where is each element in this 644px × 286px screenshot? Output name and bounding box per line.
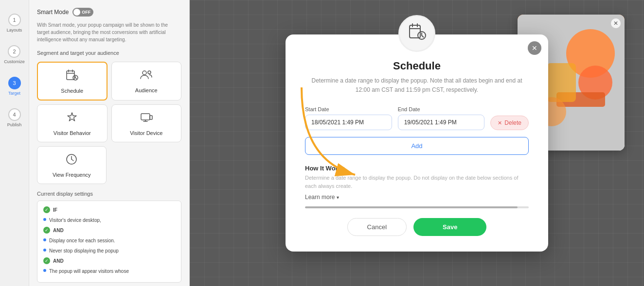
condition-appear: The popup will appear visitors whose	[43, 267, 175, 276]
visitor-behavior-icon	[65, 111, 79, 127]
start-date-label: Start Date	[305, 106, 392, 112]
svg-rect-23	[410, 25, 420, 38]
end-date-group: End Date	[398, 106, 485, 130]
start-date-group: Start Date	[305, 106, 392, 130]
step-item-customize[interactable]: 2 Customize	[2, 41, 27, 68]
sidebar-content: Smart Mode OFF With Smart mode, your pop…	[29, 0, 189, 286]
date-row: Start Date End Date ✕ Delete	[305, 106, 529, 130]
check-icon-if: ✓	[43, 206, 50, 213]
step-item-target[interactable]: 3 Target	[6, 73, 23, 100]
schedule-icon	[65, 68, 79, 85]
step-circle-4: 4	[8, 108, 21, 121]
visitor-behavior-label: Visitor Behavior	[54, 130, 91, 136]
sidebar: Smart Mode OFF With Smart mode, your pop…	[29, 0, 190, 286]
end-date-label: End Date	[398, 106, 485, 112]
visitor-device-icon	[140, 111, 153, 127]
svg-line-6	[75, 78, 77, 79]
sidebar-outer: 1 Layouts 2 Customize 3 Target 4 Publish…	[0, 0, 190, 286]
condition-and2: ✓ AND	[43, 257, 175, 266]
step-circle-1: 1	[8, 14, 21, 26]
condition-if-text: IF	[53, 206, 57, 215]
toggle-text: OFF	[82, 10, 90, 15]
audience-icon	[140, 68, 153, 84]
delete-x-icon: ✕	[498, 120, 502, 126]
segment-card-audience[interactable]: Audience	[111, 62, 182, 101]
dot-bullet-session	[43, 238, 46, 241]
view-frequency-icon	[65, 152, 78, 169]
modal-close-button[interactable]: ✕	[528, 41, 541, 55]
progress-fill	[305, 206, 518, 208]
segment-card-visitor-behavior[interactable]: Visitor Behavior	[37, 104, 107, 142]
condition-never: Never stop displaying the popup	[43, 247, 175, 255]
modal-footer: Cancel Save	[305, 218, 529, 236]
segment-cards-grid-2: Visitor Behavior Visitor Device	[37, 104, 181, 142]
how-it-works-desc: Determine a date range to display the po…	[305, 174, 529, 190]
condition-if: ✓ IF	[43, 206, 175, 215]
schedule-card-label: Schedule	[61, 88, 83, 94]
dot-bullet-appear	[43, 269, 46, 272]
condition-appear-text: The popup will appear visitors whose	[49, 267, 129, 276]
condition-device-text: Visitor's device desktop,	[49, 216, 101, 225]
modal-subtitle: Determine a date range to display the po…	[305, 76, 529, 95]
end-date-input[interactable]	[398, 115, 485, 130]
how-it-works-title: How It Works	[305, 165, 529, 172]
condition-and2-text: AND	[53, 257, 64, 266]
save-button[interactable]: Save	[413, 218, 486, 236]
smart-mode-description: With Smart mode, your popup campaign wil…	[37, 21, 181, 43]
svg-rect-9	[141, 114, 150, 120]
condition-and1-text: AND	[53, 226, 64, 235]
audience-card-label: Audience	[135, 87, 158, 93]
condition-device: Visitor's device desktop,	[43, 216, 175, 225]
step-item-layouts[interactable]: 1 Layouts	[5, 10, 24, 36]
check-icon-and2: ✓	[43, 257, 50, 264]
chevron-down-icon: ▾	[337, 195, 339, 200]
condition-and1: ✓ AND	[43, 226, 175, 235]
display-settings-box: ✓ IF Visitor's device desktop, ✓ AND Dis…	[37, 201, 181, 283]
check-icon-and1: ✓	[43, 227, 50, 234]
add-button[interactable]: Add	[305, 137, 529, 155]
step-circle-3: 3	[8, 77, 21, 89]
segment-card-schedule[interactable]: Schedule	[37, 62, 107, 101]
progress-bar	[305, 206, 529, 208]
current-display-title: Current display settings	[37, 191, 181, 197]
step-label-publish: Publish	[7, 122, 22, 127]
dot-bullet-device	[43, 218, 46, 221]
step-label-target: Target	[8, 91, 20, 96]
svg-point-7	[143, 71, 146, 75]
segment-card-visitor-device[interactable]: Visitor Device	[111, 104, 182, 142]
how-it-works-section: How It Works Determine a date range to d…	[305, 165, 529, 190]
schedule-modal: ✕ Schedule Determine a date range to dis…	[286, 34, 548, 252]
svg-point-8	[148, 71, 151, 74]
step-label-customize: Customize	[4, 59, 25, 64]
learn-more-row: Learn more ▾	[305, 194, 529, 201]
segment-section-title: Segment and target your audience	[37, 50, 181, 56]
toggle-knob	[73, 9, 80, 16]
svg-line-29	[422, 35, 424, 37]
step-item-publish[interactable]: 4 Publish	[5, 104, 24, 131]
condition-never-text: Never stop displaying the popup	[49, 247, 119, 255]
schedule-modal-icon	[407, 22, 427, 45]
delete-button[interactable]: ✕ Delete	[490, 116, 529, 130]
condition-session-text: Display once for each session.	[49, 236, 115, 245]
learn-more-link[interactable]: Learn more	[305, 194, 335, 201]
cancel-button[interactable]: Cancel	[347, 218, 407, 236]
visitor-device-label: Visitor Device	[130, 130, 162, 136]
smart-mode-toggle[interactable]: OFF	[72, 8, 93, 17]
svg-rect-12	[150, 116, 152, 119]
segment-cards-grid: Schedule Audience	[37, 62, 181, 101]
modal-backdrop: ✕ Schedule Determine a date range to dis…	[190, 0, 644, 286]
current-display-section: Current display settings ✓ IF Visitor's …	[37, 191, 181, 283]
modal-title: Schedule	[305, 60, 529, 72]
smart-mode-label: Smart Mode	[37, 9, 69, 16]
view-frequency-label: View Frequency	[53, 172, 91, 178]
modal-icon-wrapper	[398, 15, 435, 52]
start-date-input[interactable]	[305, 115, 392, 130]
condition-session: Display once for each session.	[43, 236, 175, 245]
step-label-layouts: Layouts	[7, 28, 22, 33]
dot-bullet-never	[43, 249, 46, 252]
main-area: ✕	[190, 0, 644, 286]
segment-cards-grid-3: View Frequency	[37, 146, 181, 184]
segment-card-view-frequency[interactable]: View Frequency	[37, 146, 107, 184]
step-nav: 1 Layouts 2 Customize 3 Target 4 Publish	[0, 0, 29, 286]
step-circle-2: 2	[8, 45, 20, 58]
